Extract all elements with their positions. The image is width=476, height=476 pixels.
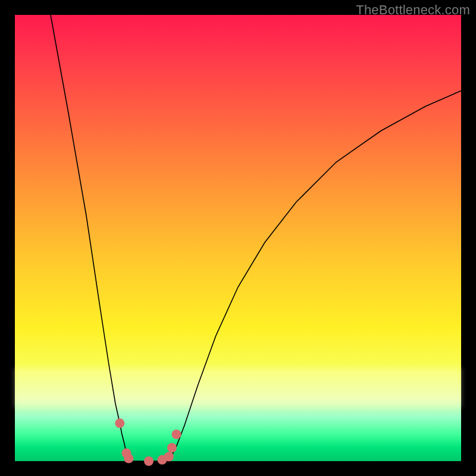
data-point [115, 418, 124, 428]
chart-svg [15, 15, 461, 461]
data-point [144, 456, 154, 466]
watermark-text: TheBottleneck.com [356, 2, 470, 18]
data-point [167, 443, 177, 453]
chart-plot-area [15, 15, 461, 461]
data-points-group [115, 418, 181, 466]
data-point [172, 430, 181, 439]
data-point [164, 452, 174, 462]
bottleneck-curve [51, 15, 461, 461]
data-point [124, 454, 133, 464]
